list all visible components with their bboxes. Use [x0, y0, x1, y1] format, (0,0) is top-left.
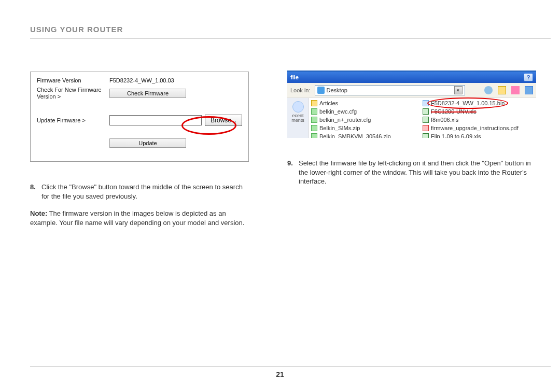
browse-button[interactable]: Browse...	[205, 115, 242, 126]
file-name: belkin_ewc.cfg	[319, 108, 357, 115]
zip-icon	[311, 125, 317, 131]
router-settings-panel: Firmware Version F5D8232-4_WW_1.00.03 Ch…	[30, 72, 249, 162]
file-item[interactable]: belkin_n+_router.cfg	[311, 116, 423, 124]
desktop-icon	[317, 87, 325, 94]
folder-icon	[311, 100, 317, 106]
cfg-icon	[311, 117, 317, 123]
divider-bottom	[30, 366, 551, 367]
left-instructions: 8. Click the "Browse" button toward the …	[30, 183, 249, 227]
file-list-col1: Articlesbelkin_ewc.cfgbelkin_n+_router.c…	[311, 99, 423, 138]
step-9-number: 9.	[287, 159, 299, 186]
file-item[interactable]: firmware_upgrade_instructions.pdf	[423, 124, 534, 132]
divider-top	[30, 38, 551, 39]
note-label: Note:	[30, 209, 47, 217]
file-name: F5D8232-4_WW_1.00.15.bin	[431, 100, 505, 106]
file-name: belkin_n+_router.cfg	[319, 117, 371, 123]
dialog-titlebar: file ?	[287, 72, 536, 83]
places-label: ecent ments	[287, 114, 309, 123]
lookin-label: Look in:	[290, 87, 311, 93]
lookin-value: Desktop	[327, 87, 347, 93]
file-list-col2: F5D8232-4_WW_1.00.15.binF6C1200-UNV.xlsf…	[423, 99, 534, 138]
firmware-version-value: F5D8232-4_WW_1.00.03	[109, 77, 242, 83]
right-instructions: 9. Select the firmware file by left-clic…	[287, 159, 536, 186]
cfg-icon	[311, 108, 317, 115]
update-button[interactable]: Update	[109, 138, 186, 148]
file-name: Belkin_SMBKVM_30546.zip	[319, 133, 391, 138]
file-open-dialog: file ? Look in: Desktop ▾ ecent ments Ar…	[287, 71, 536, 138]
page-number: 21	[0, 370, 560, 379]
check-firmware-label: Check For New Firmware Version >	[37, 87, 109, 100]
file-name: Flip 1-09 to 6-09.xls	[431, 133, 481, 138]
xls-icon	[423, 133, 429, 138]
file-item[interactable]: f8m006.xls	[423, 116, 534, 124]
file-item[interactable]: Articles	[311, 99, 423, 107]
chevron-down-icon: ▾	[454, 86, 463, 94]
pdf-icon	[423, 125, 429, 131]
check-firmware-button[interactable]: Check Firmware	[109, 89, 186, 98]
file-item[interactable]: F5D8232-4_WW_1.00.15.bin	[423, 99, 534, 107]
note-text: The firmware version in the images below…	[30, 209, 244, 227]
help-icon[interactable]: ?	[524, 73, 533, 81]
places-bar: ecent ments	[287, 98, 309, 138]
step-8-number: 8.	[30, 183, 41, 201]
new-folder-icon[interactable]	[511, 86, 520, 94]
zip-icon	[311, 133, 317, 138]
lookin-dropdown[interactable]: Desktop ▾	[315, 85, 465, 95]
file-item[interactable]: Flip 1-09 to 6-09.xls	[423, 132, 534, 138]
dialog-toolbar: Look in: Desktop ▾	[287, 83, 536, 98]
view-menu-icon[interactable]	[525, 86, 533, 94]
recent-places-icon[interactable]	[292, 101, 304, 113]
up-folder-icon[interactable]	[498, 86, 506, 94]
step-8-text: Click the "Browse" button toward the mid…	[41, 183, 249, 201]
file-name: Articles	[319, 100, 338, 106]
file-name: firmware_upgrade_instructions.pdf	[431, 125, 519, 131]
file-name: f8m006.xls	[431, 117, 458, 123]
xls-icon	[423, 108, 429, 115]
file-item[interactable]: belkin_ewc.cfg	[311, 107, 423, 116]
file-item[interactable]: Belkin_SMBKVM_30546.zip	[311, 132, 423, 138]
step-9-text: Select the firmware file by left-clickin…	[299, 159, 536, 186]
file-name: Belkin_SIMs.zip	[319, 125, 360, 131]
file-name: F6C1200-UNV.xls	[431, 108, 477, 115]
bin-icon	[423, 100, 429, 106]
firmware-version-label: Firmware Version	[37, 77, 109, 83]
back-icon[interactable]	[484, 86, 493, 94]
firmware-file-input[interactable]	[109, 115, 202, 125]
file-item[interactable]: F6C1200-UNV.xls	[423, 107, 534, 116]
update-firmware-label: Update Firmware >	[37, 117, 109, 123]
page-title: USING YOUR ROUTER	[30, 25, 123, 34]
file-item[interactable]: Belkin_SIMs.zip	[311, 124, 423, 132]
dialog-title: file	[290, 74, 299, 80]
xls-icon	[423, 117, 429, 123]
